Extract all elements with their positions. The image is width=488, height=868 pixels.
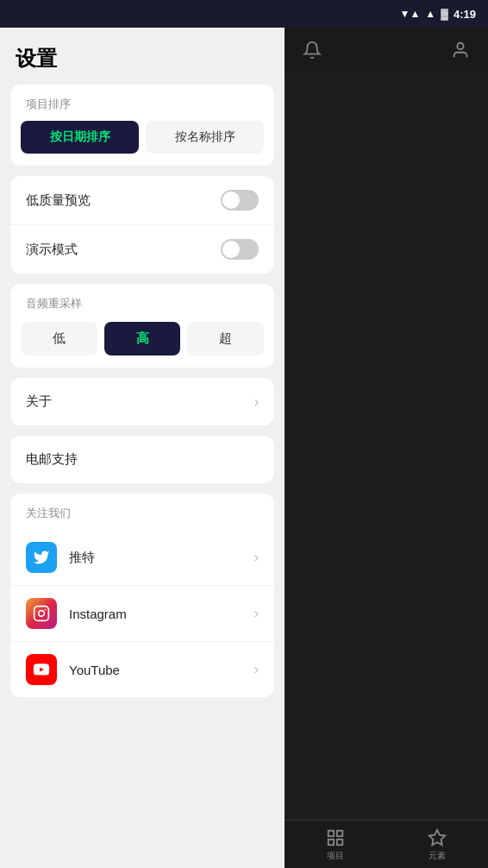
email-support-card[interactable]: 电邮支持	[10, 436, 274, 483]
resample-high-button[interactable]: 高	[104, 322, 181, 355]
low-quality-toggle[interactable]	[221, 190, 259, 211]
follow-us-label: 关注我们	[10, 494, 274, 530]
sort-card: 项目排序 按日期排序 按名称排序	[10, 85, 274, 166]
about-label: 关于	[26, 393, 52, 410]
instagram-row[interactable]: Instagram ›	[10, 586, 274, 642]
nav-elements[interactable]: 元素	[427, 827, 447, 862]
bottom-navigation: 项目 元素	[285, 820, 488, 868]
follow-us-card: 关注我们 推特 › Instagram ›	[10, 494, 274, 697]
resample-super-button[interactable]: 超	[187, 322, 264, 355]
elements-nav-label: 元素	[429, 850, 446, 862]
battery-icon: ▓	[441, 8, 448, 20]
nav-projects[interactable]: 项目	[325, 827, 346, 862]
right-header	[285, 28, 488, 72]
twitter-row[interactable]: 推特 ›	[10, 530, 274, 586]
notification-icon[interactable]	[298, 36, 326, 64]
about-arrow-icon: ›	[254, 394, 259, 410]
sort-section-label: 项目排序	[10, 85, 274, 121]
twitter-arrow-icon: ›	[254, 550, 259, 565]
resample-low-button[interactable]: 低	[21, 322, 97, 355]
youtube-label: YouTube	[69, 663, 254, 677]
youtube-row[interactable]: YouTube ›	[10, 642, 274, 697]
sort-buttons-group: 按日期排序 按名称排序	[10, 121, 274, 166]
low-quality-row: 低质量预览	[10, 176, 274, 225]
wifi-icon: ▼▲	[400, 8, 421, 20]
svg-rect-7	[337, 839, 342, 844]
svg-marker-8	[429, 829, 445, 844]
twitter-icon	[26, 542, 57, 573]
about-card[interactable]: 关于 ›	[10, 378, 274, 425]
svg-rect-4	[328, 830, 334, 835]
resample-card: 音频重采样 低 高 超	[10, 284, 274, 368]
settings-panel: 设置 项目排序 按日期排序 按名称排序 低质量预览 演示模式 音频重采样 低 高…	[0, 0, 285, 868]
svg-rect-5	[337, 830, 342, 835]
toggles-card: 低质量预览 演示模式	[10, 176, 274, 274]
svg-rect-0	[34, 607, 49, 621]
instagram-arrow-icon: ›	[254, 606, 259, 621]
email-row[interactable]: 电邮支持	[10, 436, 274, 483]
about-row[interactable]: 关于 ›	[10, 378, 274, 425]
right-content-area	[285, 72, 488, 868]
youtube-arrow-icon: ›	[254, 662, 259, 677]
projects-icon	[325, 827, 346, 848]
resample-buttons-group: 低 高 超	[21, 322, 264, 355]
profile-icon[interactable]	[447, 36, 474, 64]
elements-icon	[427, 827, 447, 848]
signal-icon: ▲	[425, 8, 435, 20]
instagram-icon	[26, 598, 57, 629]
demo-mode-toggle[interactable]	[221, 239, 259, 260]
time-display: 4:19	[454, 8, 476, 21]
demo-mode-row: 演示模式	[10, 225, 274, 274]
sort-by-date-button[interactable]: 按日期排序	[21, 121, 139, 154]
sort-by-name-button[interactable]: 按名称排序	[146, 121, 264, 154]
page-title: 设置	[0, 28, 285, 85]
youtube-icon	[26, 654, 57, 685]
svg-point-3	[457, 43, 463, 49]
demo-mode-label: 演示模式	[26, 242, 78, 258]
right-panel: 项目 元素	[285, 0, 488, 868]
status-bar: ▼▲ ▲ ▓ 4:19	[0, 0, 488, 28]
email-label: 电邮支持	[26, 451, 78, 468]
svg-rect-6	[328, 839, 334, 844]
low-quality-label: 低质量预览	[26, 192, 91, 209]
resample-section-label: 音频重采样	[21, 296, 264, 311]
twitter-label: 推特	[69, 550, 254, 566]
instagram-label: Instagram	[69, 607, 254, 621]
projects-nav-label: 项目	[327, 850, 344, 862]
